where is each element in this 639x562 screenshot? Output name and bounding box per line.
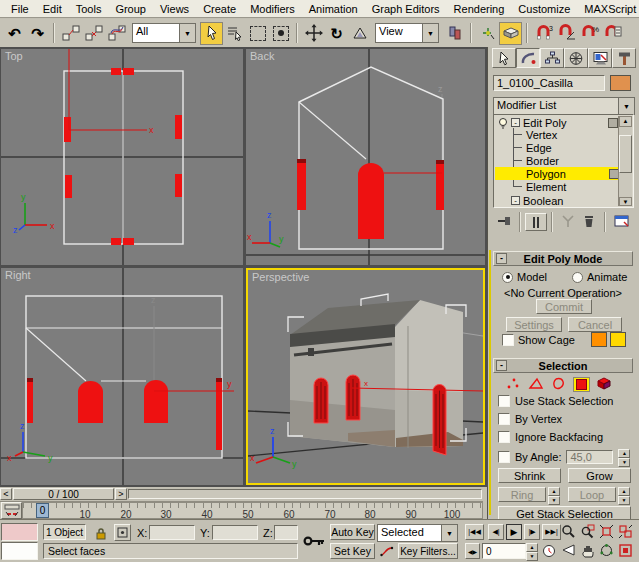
- viewport-top-label[interactable]: Top: [5, 50, 23, 62]
- settings-button[interactable]: Settings: [506, 317, 562, 332]
- pan-button[interactable]: [580, 543, 598, 559]
- viewport-top[interactable]: Top x y x z: [1, 49, 243, 265]
- use-pivot-center-button[interactable]: [443, 22, 466, 45]
- rollout-collapse-icon[interactable]: -: [496, 253, 507, 264]
- time-slider-right-arrow[interactable]: >: [115, 488, 127, 500]
- show-end-result-button[interactable]: [525, 213, 547, 231]
- previous-frame-button[interactable]: ◀|: [488, 524, 504, 540]
- tab-motion[interactable]: [564, 48, 588, 68]
- tab-display[interactable]: [588, 48, 612, 68]
- auto-key-button[interactable]: Auto Key: [330, 524, 375, 540]
- stack-row-element[interactable]: Element: [495, 180, 618, 193]
- tab-create[interactable]: [492, 48, 516, 68]
- selection-set-dropdown[interactable]: Selected ▼: [377, 524, 458, 542]
- dropdown-arrow-icon[interactable]: ▼: [422, 24, 438, 42]
- polygon-subobject-button[interactable]: [573, 377, 590, 392]
- time-configuration-button[interactable]: [540, 543, 557, 559]
- menu-rendering[interactable]: Rendering: [447, 1, 512, 17]
- stack-item-boolean[interactable]: Boolean: [523, 195, 563, 207]
- commit-button[interactable]: Commit: [536, 299, 592, 314]
- menu-modifiers[interactable]: Modifiers: [243, 1, 302, 17]
- spinner-down-icon[interactable]: ▼: [548, 496, 560, 505]
- get-stack-selection-button[interactable]: Get Stack Selection: [498, 506, 631, 519]
- ignore-backfacing-checkbox[interactable]: [498, 431, 510, 443]
- spinner-down-icon[interactable]: ▼: [526, 552, 538, 561]
- stack-row-polygon-selected[interactable]: Polygon: [495, 167, 619, 180]
- zoom-button[interactable]: [561, 524, 579, 540]
- key-filters-button[interactable]: Key Filters...: [398, 543, 458, 559]
- selection-rollout-header[interactable]: Selection: [493, 358, 633, 373]
- viewport-right-label[interactable]: Right: [5, 269, 31, 281]
- spinner-up-icon[interactable]: ▲: [548, 487, 560, 496]
- menu-customize[interactable]: Customize: [511, 1, 577, 17]
- rollout-collapse-icon[interactable]: -: [496, 360, 507, 371]
- grow-button[interactable]: Grow: [568, 468, 631, 483]
- cage-color-swatch[interactable]: [591, 332, 607, 347]
- menu-group[interactable]: Group: [108, 1, 153, 17]
- selection-lock-button[interactable]: [92, 524, 109, 541]
- snaps-toggle-button[interactable]: 3: [532, 22, 555, 45]
- angle-snap-button[interactable]: [555, 22, 578, 45]
- element-subobject-button[interactable]: [595, 376, 613, 393]
- arc-rotate-button[interactable]: [599, 543, 617, 559]
- z-coord-field[interactable]: [274, 525, 298, 540]
- shrink-button[interactable]: Shrink: [498, 468, 561, 483]
- stack-row-boolean[interactable]: - Boolean: [495, 194, 618, 207]
- selection-region-button[interactable]: [246, 22, 269, 45]
- spinner-up-icon[interactable]: ▲: [526, 543, 538, 552]
- spinner-snap-button[interactable]: [601, 22, 624, 45]
- cancel-button[interactable]: Cancel: [568, 317, 622, 332]
- select-object-button[interactable]: [200, 22, 223, 45]
- spinner-up-icon[interactable]: ▲: [618, 449, 630, 458]
- menu-tools[interactable]: Tools: [69, 1, 109, 17]
- object-color-swatch[interactable]: [610, 75, 631, 91]
- loop-button[interactable]: Loop: [568, 487, 616, 502]
- x-coord-field[interactable]: [149, 525, 195, 540]
- current-frame-field[interactable]: 0: [482, 543, 526, 559]
- percent-snap-button[interactable]: %: [578, 22, 601, 45]
- track-ruler[interactable]: 10 20 30 40 50 60 70 80 90 100 0: [22, 502, 483, 519]
- window-crossing-button[interactable]: [269, 22, 292, 45]
- default-tangent-button[interactable]: [378, 543, 396, 559]
- tab-utilities[interactable]: [612, 48, 636, 68]
- object-name-field[interactable]: 1_0100_Casilla: [493, 75, 605, 91]
- next-frame-button[interactable]: |▶: [524, 524, 540, 540]
- set-keys-button[interactable]: [301, 524, 327, 558]
- menu-maxscript[interactable]: MAXScript: [577, 1, 639, 17]
- play-button[interactable]: ▶: [506, 524, 522, 540]
- configure-modifier-sets-button[interactable]: [610, 214, 634, 230]
- scrollbar-thumb[interactable]: [619, 135, 632, 173]
- modifier-enable-square[interactable]: [608, 118, 618, 128]
- tab-modify[interactable]: [516, 48, 540, 68]
- ring-button[interactable]: Ring: [498, 487, 546, 502]
- zoom-extents-all-button[interactable]: [618, 524, 636, 540]
- scroll-down-icon[interactable]: ▼: [619, 197, 632, 206]
- current-frame-marker[interactable]: 0: [36, 503, 49, 518]
- by-angle-spinner[interactable]: ▲ ▼: [618, 449, 630, 464]
- menu-edit[interactable]: Edit: [36, 1, 69, 17]
- unlink-selection-button[interactable]: [82, 22, 105, 45]
- zoom-all-button[interactable]: [580, 524, 598, 540]
- macro-recorder-line[interactable]: [1, 523, 38, 541]
- viewport-perspective[interactable]: Perspective: [246, 268, 485, 485]
- stack-row-border[interactable]: Border: [495, 154, 618, 167]
- menu-create[interactable]: Create: [196, 1, 243, 17]
- select-and-move-button[interactable]: [302, 22, 325, 45]
- collapse-box[interactable]: -: [511, 118, 520, 127]
- remove-modifier-button[interactable]: [578, 214, 600, 230]
- selection-filter-dropdown[interactable]: All ▼: [132, 23, 196, 43]
- y-coord-field[interactable]: [212, 525, 258, 540]
- menu-file[interactable]: File: [4, 1, 36, 17]
- undo-button[interactable]: ↶: [3, 22, 26, 45]
- select-and-link-button[interactable]: [59, 22, 82, 45]
- pin-stack-button[interactable]: [493, 214, 515, 230]
- stack-scrollbar[interactable]: ▲ ▼: [618, 116, 632, 206]
- spinner-down-icon[interactable]: ▼: [618, 496, 630, 505]
- select-and-rotate-button[interactable]: ↻: [325, 22, 348, 45]
- set-key-button[interactable]: Set Key: [330, 543, 375, 559]
- menu-graph-editors[interactable]: Graph Editors: [365, 1, 447, 17]
- stack-row-vertex[interactable]: Vertex: [495, 128, 618, 141]
- ring-spinner[interactable]: ▲ ▼: [548, 487, 560, 502]
- by-angle-checkbox[interactable]: [498, 451, 510, 463]
- spinner-up-icon[interactable]: ▲: [618, 487, 630, 496]
